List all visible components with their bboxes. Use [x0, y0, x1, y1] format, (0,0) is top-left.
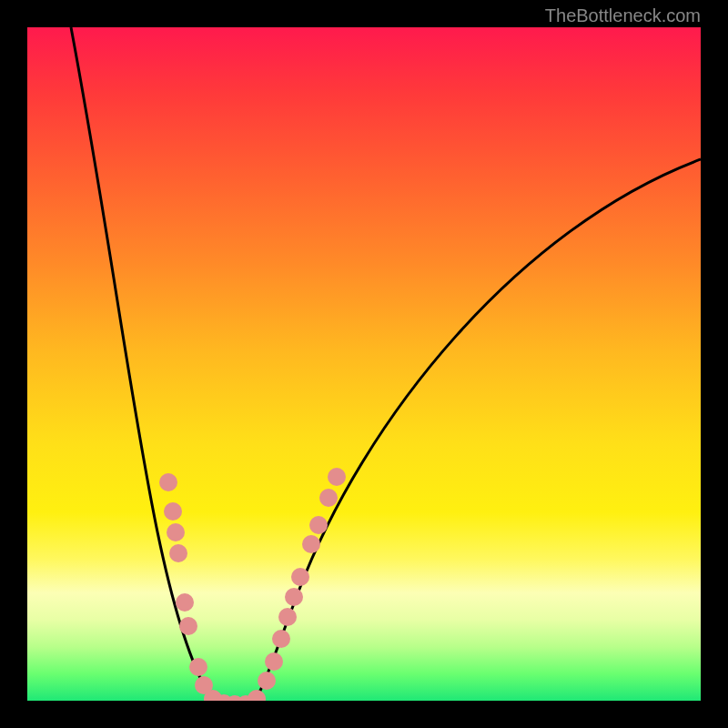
data-point — [167, 523, 185, 541]
bottleneck-chart — [27, 27, 701, 701]
data-point — [285, 588, 303, 606]
data-point — [164, 502, 182, 521]
data-point — [291, 568, 309, 586]
data-point — [176, 593, 194, 612]
data-point — [272, 630, 290, 648]
data-point — [248, 690, 266, 701]
data-point — [159, 473, 177, 491]
data-point — [189, 658, 207, 676]
data-point — [179, 617, 197, 635]
data-point — [319, 489, 338, 507]
data-point — [258, 672, 276, 690]
data-point — [309, 516, 328, 534]
data-point — [302, 535, 320, 553]
data-points — [159, 468, 346, 701]
watermark-text: TheBottleneck.com — [545, 5, 701, 26]
data-point — [278, 608, 297, 626]
data-point — [265, 652, 283, 671]
data-point — [169, 544, 187, 562]
curve-path — [71, 27, 701, 701]
data-point — [328, 468, 346, 486]
